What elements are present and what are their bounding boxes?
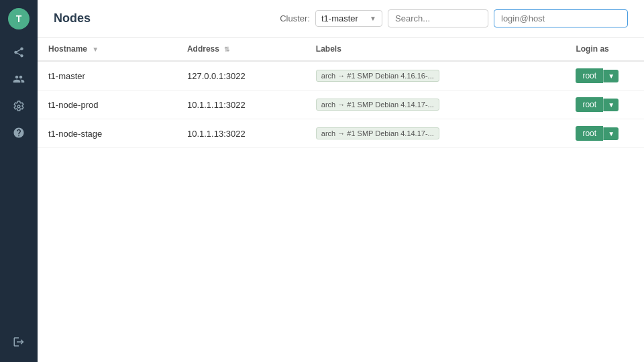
- cell-loginas: root ▼: [565, 61, 644, 90]
- root-login-dropdown[interactable]: ▼: [603, 127, 619, 140]
- sidebar-item-logout[interactable]: [7, 330, 31, 354]
- user-avatar[interactable]: T: [8, 8, 30, 29]
- sort-icon: ⇅: [224, 46, 229, 53]
- cell-loginas: root ▼: [565, 90, 644, 119]
- sidebar: T: [0, 0, 38, 362]
- sort-icon: ▼: [92, 46, 99, 53]
- chevron-down-icon: ▼: [370, 15, 376, 22]
- search-input[interactable]: [388, 9, 488, 27]
- cell-address: 10.1.1.13:3022: [176, 119, 305, 148]
- page-header: Nodes Cluster: t1-master ▼: [38, 0, 644, 38]
- label-badge: arch → #1 SMP Debian 4.14.17-...: [316, 127, 439, 139]
- cell-labels: arch → #1 SMP Debian 4.14.17-...: [305, 119, 566, 148]
- cell-hostname: t1-master: [38, 61, 176, 90]
- cell-labels: arch → #1 SMP Debian 4.16.16-...: [305, 61, 566, 90]
- cell-loginas: root ▼: [565, 119, 644, 148]
- cell-address: 127.0.0.1:3022: [176, 61, 305, 90]
- cell-labels: arch → #1 SMP Debian 4.14.17-...: [305, 90, 566, 119]
- col-header-hostname[interactable]: Hostname ▼: [38, 38, 176, 61]
- cell-hostname: t1-node-prod: [38, 90, 176, 119]
- sidebar-item-settings[interactable]: [7, 94, 31, 118]
- table-row: t1-node-prod 10.1.1.11:3022 arch → #1 SM…: [38, 90, 644, 119]
- cluster-value: t1-master: [321, 13, 358, 23]
- col-header-address[interactable]: Address ⇅: [176, 38, 305, 61]
- sidebar-item-share[interactable]: [7, 40, 31, 64]
- root-login-button[interactable]: root: [576, 68, 603, 83]
- nodes-table: Hostname ▼ Address ⇅ Labels Login as t1-…: [38, 38, 644, 148]
- cluster-selector: Cluster: t1-master ▼: [280, 9, 628, 27]
- col-header-loginas: Login as: [565, 38, 644, 61]
- page-title: Nodes: [54, 11, 91, 25]
- cell-address: 10.1.1.11:3022: [176, 90, 305, 119]
- root-login-button[interactable]: root: [576, 126, 603, 141]
- label-badge: arch → #1 SMP Debian 4.16.16-...: [316, 70, 439, 82]
- login-host-input[interactable]: [494, 9, 628, 27]
- sidebar-item-users[interactable]: [7, 67, 31, 91]
- root-login-dropdown[interactable]: ▼: [603, 70, 619, 82]
- cluster-dropdown[interactable]: t1-master ▼: [315, 10, 382, 27]
- col-header-labels: Labels: [305, 38, 566, 61]
- main-content: Nodes Cluster: t1-master ▼ Hostname ▼ A: [38, 0, 644, 362]
- cell-hostname: t1-node-stage: [38, 119, 176, 148]
- table-header-row: Hostname ▼ Address ⇅ Labels Login as: [38, 38, 644, 61]
- label-badge: arch → #1 SMP Debian 4.14.17-...: [316, 99, 439, 111]
- table-row: t1-node-stage 10.1.1.13:3022 arch → #1 S…: [38, 119, 644, 148]
- root-login-button[interactable]: root: [576, 97, 603, 112]
- root-login-dropdown[interactable]: ▼: [603, 99, 619, 111]
- cluster-label: Cluster:: [280, 13, 310, 23]
- table-row: t1-master 127.0.0.1:3022 arch → #1 SMP D…: [38, 61, 644, 90]
- sidebar-item-help[interactable]: [7, 121, 31, 145]
- nodes-table-container: Hostname ▼ Address ⇅ Labels Login as t1-…: [38, 38, 644, 362]
